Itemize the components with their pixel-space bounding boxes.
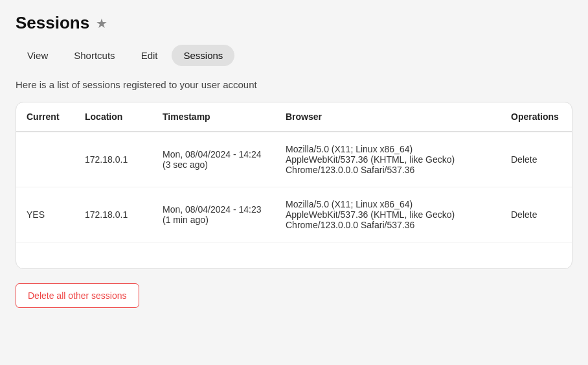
table-header-row: Current Location Timestamp Browser Opera…	[16, 102, 572, 132]
cell-timestamp-2: Mon, 08/04/2024 - 14:23 (1 min ago)	[152, 187, 275, 242]
tabs-nav: View Shortcuts Edit Sessions	[16, 45, 572, 66]
cell-current-2: YES	[16, 187, 74, 242]
page-description: Here is a list of sessions registered to…	[16, 79, 572, 90]
page-title: Sessions	[16, 13, 89, 33]
cell-current-1	[16, 132, 74, 187]
col-header-timestamp: Timestamp	[152, 102, 275, 132]
empty-row	[16, 242, 572, 268]
table-row: YES 172.18.0.1 Mon, 08/04/2024 - 14:23 (…	[16, 187, 572, 242]
col-header-current: Current	[16, 102, 74, 132]
col-header-operations: Operations	[501, 102, 572, 132]
delete-link-2[interactable]: Delete	[511, 209, 537, 220]
delete-all-button[interactable]: Delete all other sessions	[16, 283, 139, 308]
page-header: Sessions ★	[16, 13, 572, 33]
cell-browser-2: Mozilla/5.0 (X11; Linux x86_64) AppleWeb…	[275, 187, 501, 242]
tab-view[interactable]: View	[16, 45, 60, 66]
tab-sessions[interactable]: Sessions	[172, 45, 234, 66]
cell-browser-1: Mozilla/5.0 (X11; Linux x86_64) AppleWeb…	[275, 132, 501, 187]
delete-link-1[interactable]: Delete	[511, 154, 537, 165]
cell-timestamp-1: Mon, 08/04/2024 - 14:24 (3 sec ago)	[152, 132, 275, 187]
cell-operations-2: Delete	[501, 187, 572, 242]
cell-location-2: 172.18.0.1	[74, 187, 152, 242]
star-icon[interactable]: ★	[96, 16, 107, 31]
col-header-browser: Browser	[275, 102, 501, 132]
col-header-location: Location	[74, 102, 152, 132]
table-row: 172.18.0.1 Mon, 08/04/2024 - 14:24 (3 se…	[16, 132, 572, 187]
tab-shortcuts[interactable]: Shortcuts	[62, 45, 126, 66]
cell-operations-1: Delete	[501, 132, 572, 187]
tab-edit[interactable]: Edit	[130, 45, 170, 66]
sessions-table: Current Location Timestamp Browser Opera…	[16, 102, 572, 268]
sessions-table-container: Current Location Timestamp Browser Opera…	[16, 102, 572, 269]
cell-location-1: 172.18.0.1	[74, 132, 152, 187]
